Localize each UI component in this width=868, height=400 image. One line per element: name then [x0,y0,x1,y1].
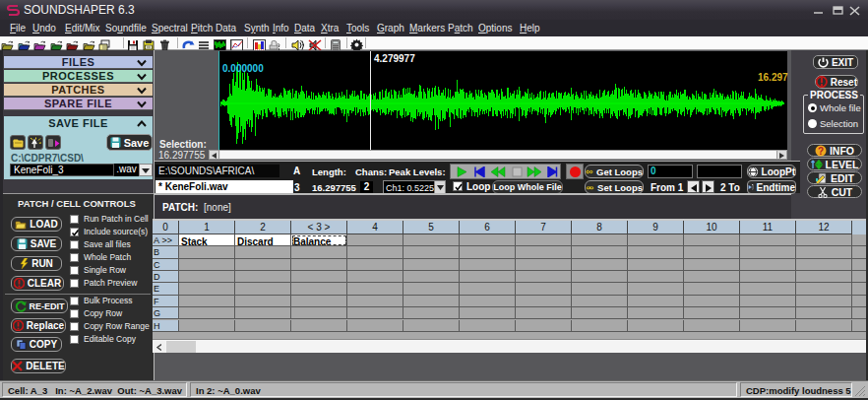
svg-text:?: ? [818,145,824,156]
